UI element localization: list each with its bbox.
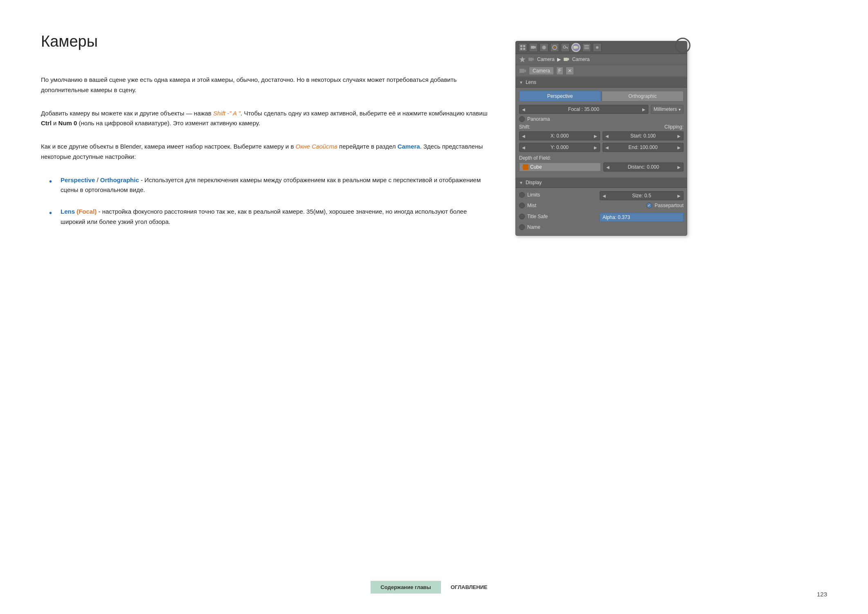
title-safe-row: Title Safe bbox=[519, 214, 597, 219]
svg-rect-22 bbox=[564, 58, 568, 61]
depth-of-field-label: Depth of Field: bbox=[519, 155, 684, 161]
limits-row: Limits bbox=[519, 192, 597, 198]
millimeters-label: Millimeters bbox=[654, 106, 677, 112]
chevron-down-icon: ▾ bbox=[679, 107, 681, 112]
camera-name-field[interactable]: Camera bbox=[529, 67, 554, 75]
svg-rect-3 bbox=[523, 48, 525, 50]
millimeters-select[interactable]: Millimeters ▾ bbox=[651, 105, 684, 114]
title-safe-checkbox[interactable] bbox=[519, 214, 525, 219]
panel-breadcrumb: Camera ▶ Camera bbox=[516, 54, 687, 65]
panel-toolbar bbox=[516, 41, 687, 54]
star-icon bbox=[519, 56, 526, 63]
orthographic-button[interactable]: Orthographic bbox=[602, 91, 684, 102]
end-input[interactable]: ◀ End: 100.000 ▶ bbox=[603, 143, 684, 152]
depth-row: Cube ◀ Distanc: 0.000 ▶ bbox=[519, 163, 684, 172]
key-icon[interactable] bbox=[561, 43, 570, 52]
list-item-lens: Lens (Focal) - настройка фокусного расст… bbox=[49, 207, 491, 227]
svg-rect-17 bbox=[584, 48, 589, 49]
display-section-header: ▼ Display bbox=[516, 177, 687, 188]
focal-input[interactable]: ◀ Focal : 35.000 ▶ bbox=[519, 105, 648, 114]
list-item-perspective: Perspective / Orthographic - Используетс… bbox=[49, 175, 491, 196]
paragraph-1: По умолчанию в вашей сцене уже есть одна… bbox=[41, 75, 491, 95]
limits-label: Limits bbox=[527, 192, 540, 198]
camera-scene-icon bbox=[528, 56, 535, 63]
start-value: Start: 0.100 bbox=[630, 133, 656, 139]
orthographic-label: Orthographic bbox=[100, 176, 139, 183]
shift-clipping-labels: Shift: Clipping: bbox=[519, 124, 684, 130]
title-alpha-row: Title Safe Alpha: 0.373 bbox=[519, 213, 684, 222]
distanc-input[interactable]: ◀ Distanc: 0.000 ▶ bbox=[603, 163, 684, 172]
perspective-button[interactable]: Perspective bbox=[519, 91, 601, 102]
toc-link[interactable]: ОГЛАВЛЕНИЕ bbox=[441, 581, 497, 594]
display-section: ▼ Display Limits ◀ bbox=[516, 177, 687, 235]
lens-section: ▼ Lens Perspective Orthographic bbox=[516, 77, 687, 177]
name-label: Name bbox=[527, 224, 540, 230]
svg-rect-11 bbox=[565, 47, 568, 48]
focal-left-arrow: ◀ bbox=[522, 107, 525, 112]
svg-rect-20 bbox=[528, 58, 533, 61]
grid-icon[interactable] bbox=[518, 43, 527, 52]
grid2-icon[interactable] bbox=[582, 43, 591, 52]
page: Камеры По умолчанию в вашей сцене уже ес… bbox=[0, 0, 868, 614]
chapter-contents-button[interactable]: Содержание главы bbox=[371, 581, 441, 594]
passepartout-row: Passepartout bbox=[603, 203, 684, 208]
svg-rect-4 bbox=[531, 46, 535, 49]
active-camera-icon[interactable] bbox=[571, 43, 580, 52]
svg-rect-24 bbox=[519, 69, 524, 73]
mist-passepartout-row: Mist Passepartout bbox=[519, 203, 684, 210]
sphere-icon[interactable] bbox=[540, 43, 549, 52]
camera-name-icon bbox=[519, 67, 526, 74]
breadcrumb-arrow: ▶ bbox=[557, 56, 561, 62]
svg-rect-12 bbox=[567, 48, 568, 49]
limits-size-row: Limits ◀ Size: 0.5 ▶ bbox=[519, 191, 684, 200]
num0-key: Num 0 bbox=[58, 120, 77, 126]
breadcrumb-camera2: Camera bbox=[572, 56, 590, 62]
x-button[interactable]: ✕ bbox=[566, 67, 574, 75]
shift-a-shortcut: Shift -" A " bbox=[213, 110, 241, 117]
svg-marker-23 bbox=[568, 58, 569, 61]
svg-rect-13 bbox=[573, 46, 577, 49]
mist-checkbox[interactable] bbox=[519, 203, 525, 208]
limits-checkbox[interactable] bbox=[519, 192, 525, 198]
display-section-body: Limits ◀ Size: 0.5 ▶ bbox=[516, 188, 687, 235]
paragraph-3: Как и все другие объекты в Blender, каме… bbox=[41, 142, 491, 162]
cube-input[interactable]: Cube bbox=[519, 163, 601, 172]
x-input[interactable]: ◀ X: 0.000 ▶ bbox=[519, 131, 600, 140]
svg-rect-15 bbox=[584, 45, 589, 46]
focal-label: (Focal) bbox=[76, 208, 97, 215]
panorama-row: Panorama bbox=[519, 116, 684, 122]
footer: Содержание главы ОГЛАВЛЕНИЕ bbox=[0, 573, 868, 598]
name-checkbox[interactable] bbox=[519, 224, 525, 230]
circle-icon[interactable] bbox=[550, 43, 559, 52]
page-title: Камеры bbox=[41, 33, 491, 50]
svg-rect-2 bbox=[520, 48, 522, 50]
paragraph-2: Добавить камеру вы можете как и другие о… bbox=[41, 108, 491, 129]
alpha-value: Alpha: 0.373 bbox=[603, 214, 630, 220]
content-area: Камеры По умолчанию в вашей сцене уже ес… bbox=[41, 33, 827, 589]
start-input[interactable]: ◀ Start: 0.100 ▶ bbox=[603, 131, 684, 140]
dot-icon[interactable] bbox=[593, 43, 602, 52]
right-column: Camera ▶ Camera Camera F ✕ bbox=[515, 33, 712, 589]
bullet-list: Perspective / Orthographic - Используетс… bbox=[41, 175, 491, 227]
panorama-label: Panorama bbox=[527, 116, 550, 122]
panorama-checkbox[interactable] bbox=[519, 116, 525, 122]
alpha-input[interactable]: Alpha: 0.373 bbox=[600, 213, 684, 222]
svg-marker-25 bbox=[524, 69, 526, 72]
svg-point-18 bbox=[596, 46, 598, 49]
focal-row: ◀ Focal : 35.000 ▶ Millimeters ▾ bbox=[519, 105, 684, 114]
distanc-value: Distanc: 0.000 bbox=[628, 164, 659, 170]
size-input[interactable]: ◀ Size: 0.5 ▶ bbox=[600, 191, 684, 200]
y-value: Y: 0.000 bbox=[551, 144, 569, 150]
camera-toolbar-icon[interactable] bbox=[529, 43, 538, 52]
passepartout-checkbox[interactable] bbox=[646, 203, 652, 208]
f-button[interactable]: F bbox=[556, 67, 563, 75]
clipping-label: Clipping: bbox=[664, 124, 684, 130]
mist-row: Mist bbox=[519, 203, 600, 208]
svg-marker-21 bbox=[533, 58, 534, 61]
properties-window-link: Окне Свойств bbox=[296, 143, 337, 150]
x-value: X: 0.000 bbox=[551, 133, 569, 139]
blender-panel-wrapper: Camera ▶ Camera Camera F ✕ bbox=[515, 41, 687, 236]
passepartout-label: Passepartout bbox=[654, 203, 684, 208]
y-input[interactable]: ◀ Y: 0.000 ▶ bbox=[519, 143, 600, 152]
svg-marker-5 bbox=[535, 46, 536, 49]
